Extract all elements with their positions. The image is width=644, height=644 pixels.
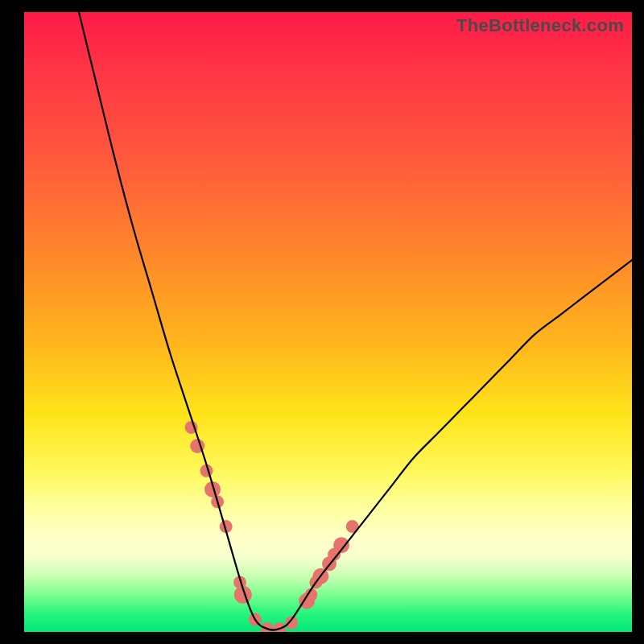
plot-area: TheBottleneck.com [24, 12, 632, 632]
marker-group [185, 421, 359, 632]
chart-frame: TheBottleneck.com [0, 0, 644, 644]
chart-overlay [24, 12, 632, 632]
bottleneck-curve [79, 12, 632, 630]
